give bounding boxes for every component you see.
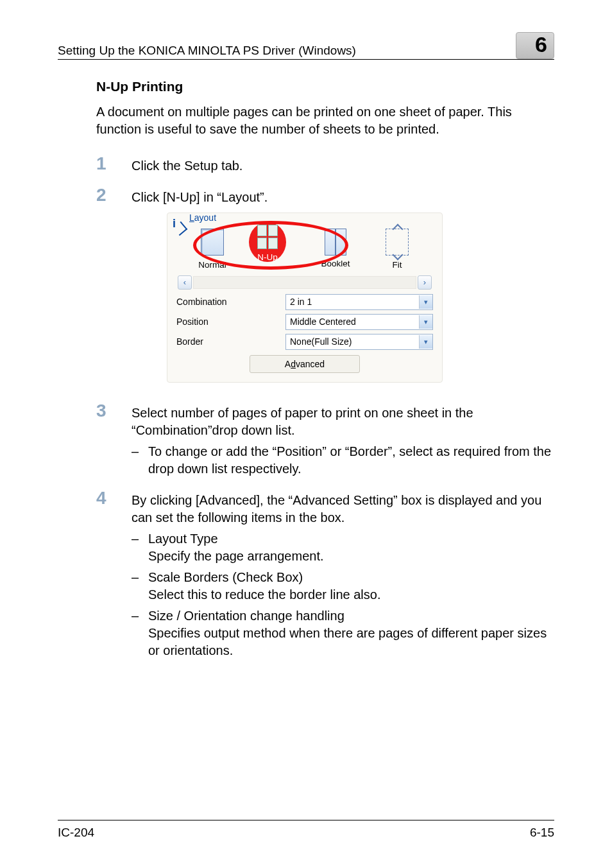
border-label: Border (176, 336, 285, 348)
layout-option-nup-selected[interactable]: N-Up (250, 225, 285, 263)
layout-scrollbar[interactable]: ‹ › (178, 276, 432, 289)
layout-option-booklet[interactable]: Booklet (314, 229, 357, 271)
border-row: Border None(Full Size) ▾ (176, 334, 433, 350)
combination-dropdown[interactable]: 2 in 1 ▾ (285, 294, 433, 310)
thumb-label: Booklet (314, 258, 357, 270)
step-text: Click the Setup tab. (132, 155, 554, 175)
item-title: Size / Orientation change handling (148, 607, 554, 625)
scroll-track[interactable] (193, 276, 416, 289)
dash: – (132, 443, 148, 478)
thumb-label: Normal (191, 259, 234, 271)
step-number: 2 (96, 186, 132, 204)
position-label: Position (176, 316, 285, 328)
step-number: 1 (96, 155, 132, 173)
step-1: 1 Click the Setup tab. (96, 155, 554, 175)
section-title: N-Up Printing (96, 79, 554, 94)
booklet-page-icon (325, 229, 346, 254)
step-text: Select number of pages of paper to print… (132, 404, 554, 439)
step-2: 2 Click [N-Up] in “Layout”. i Layout Nor… (96, 186, 554, 389)
combination-row: Combination 2 in 1 ▾ (176, 294, 433, 310)
help-cursor-icon: i (173, 216, 176, 231)
footer-left: IC-204 (58, 826, 94, 840)
item-desc: Specifies output method when there are p… (148, 625, 554, 659)
dash: – (132, 607, 148, 659)
dash: – (132, 530, 148, 565)
step-3: 3 Select number of pages of paper to pri… (96, 402, 554, 478)
combination-label: Combination (176, 296, 285, 308)
scroll-left-button[interactable]: ‹ (178, 275, 192, 290)
section-intro: A document on multiple pages can be prin… (96, 103, 554, 138)
item-title: Layout Type (148, 530, 554, 548)
step-text: Click [N-Up] in “Layout”. (132, 189, 554, 206)
chapter-number-badge: 6 (516, 32, 554, 59)
position-dropdown[interactable]: Middle Centered ▾ (285, 314, 433, 330)
layout-option-fit[interactable]: Fit (376, 229, 418, 271)
layout-option-normal[interactable]: Normal (191, 229, 234, 271)
running-head: Setting Up the KONICA MINOLTA PS Driver … (58, 44, 509, 58)
border-dropdown[interactable]: None(Full Size) ▾ (285, 334, 433, 350)
thumb-label: Fit (376, 259, 418, 271)
step-4: 4 By clicking [Advanced], the “Advanced … (96, 489, 554, 659)
thumb-label: N-Up (250, 252, 285, 263)
position-value: Middle Centered (290, 316, 356, 328)
dash: – (132, 569, 148, 603)
step-subtext: To change or add the “Position” or “Bord… (148, 443, 554, 478)
layout-groupbox: i Layout Normal N-Up (167, 213, 443, 383)
item-desc: Select this to reduce the border line al… (148, 586, 554, 603)
nup-page-icon (257, 225, 278, 249)
scroll-right-button[interactable]: › (418, 275, 432, 290)
layout-thumb-row: Normal N-Up Booklet (176, 220, 433, 273)
combination-value: 2 in 1 (290, 296, 312, 308)
chevron-down-icon[interactable]: ▾ (419, 315, 432, 329)
position-row: Position Middle Centered ▾ (176, 314, 433, 330)
item-title: Scale Borders (Check Box) (148, 569, 554, 586)
chevron-down-icon[interactable]: ▾ (419, 335, 432, 349)
step-number: 3 (96, 402, 132, 420)
layout-dialog-screenshot: i Layout Normal N-Up (167, 213, 443, 383)
normal-page-icon (201, 229, 224, 256)
advanced-button[interactable]: Advanced (250, 355, 360, 373)
footer-right: 6-15 (530, 826, 554, 840)
step-number: 4 (96, 489, 132, 507)
border-value: None(Full Size) (290, 336, 352, 348)
item-desc: Specify the page arrangement. (148, 548, 554, 565)
chevron-down-icon[interactable]: ▾ (419, 295, 432, 309)
fit-page-icon (386, 229, 409, 256)
step-text: By clicking [Advanced], the “Advanced Se… (132, 492, 554, 526)
